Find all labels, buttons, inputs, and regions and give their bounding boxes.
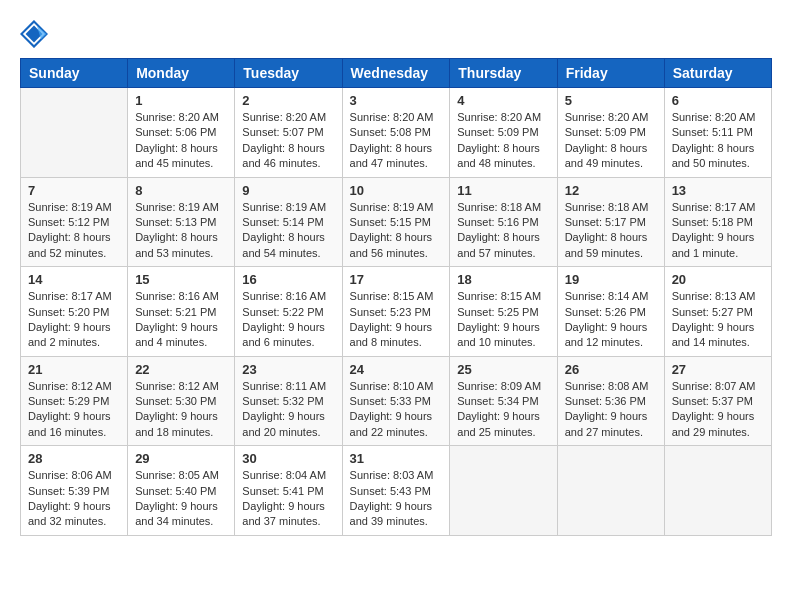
day-number: 28	[28, 451, 120, 466]
day-number: 4	[457, 93, 549, 108]
day-info: Sunrise: 8:20 AMSunset: 5:09 PMDaylight:…	[457, 110, 549, 172]
calendar-day-cell	[664, 446, 771, 536]
day-info: Sunrise: 8:15 AMSunset: 5:23 PMDaylight:…	[350, 289, 443, 351]
page-header	[20, 20, 772, 48]
calendar-week-row: 1Sunrise: 8:20 AMSunset: 5:06 PMDaylight…	[21, 88, 772, 178]
calendar-day-cell: 1Sunrise: 8:20 AMSunset: 5:06 PMDaylight…	[128, 88, 235, 178]
day-info: Sunrise: 8:18 AMSunset: 5:17 PMDaylight:…	[565, 200, 657, 262]
day-number: 15	[135, 272, 227, 287]
calendar-day-cell: 16Sunrise: 8:16 AMSunset: 5:22 PMDayligh…	[235, 267, 342, 357]
logo	[20, 20, 50, 48]
calendar-day-cell	[557, 446, 664, 536]
calendar-day-cell: 23Sunrise: 8:11 AMSunset: 5:32 PMDayligh…	[235, 356, 342, 446]
calendar-week-row: 28Sunrise: 8:06 AMSunset: 5:39 PMDayligh…	[21, 446, 772, 536]
day-number: 11	[457, 183, 549, 198]
calendar-day-cell: 8Sunrise: 8:19 AMSunset: 5:13 PMDaylight…	[128, 177, 235, 267]
day-number: 7	[28, 183, 120, 198]
calendar-day-cell	[450, 446, 557, 536]
day-of-week-header: Sunday	[21, 59, 128, 88]
day-info: Sunrise: 8:18 AMSunset: 5:16 PMDaylight:…	[457, 200, 549, 262]
calendar-day-cell: 18Sunrise: 8:15 AMSunset: 5:25 PMDayligh…	[450, 267, 557, 357]
day-number: 30	[242, 451, 334, 466]
calendar-header-row: SundayMondayTuesdayWednesdayThursdayFrid…	[21, 59, 772, 88]
day-info: Sunrise: 8:11 AMSunset: 5:32 PMDaylight:…	[242, 379, 334, 441]
day-info: Sunrise: 8:06 AMSunset: 5:39 PMDaylight:…	[28, 468, 120, 530]
day-info: Sunrise: 8:04 AMSunset: 5:41 PMDaylight:…	[242, 468, 334, 530]
day-number: 29	[135, 451, 227, 466]
calendar-day-cell: 29Sunrise: 8:05 AMSunset: 5:40 PMDayligh…	[128, 446, 235, 536]
calendar-day-cell: 24Sunrise: 8:10 AMSunset: 5:33 PMDayligh…	[342, 356, 450, 446]
calendar-day-cell: 20Sunrise: 8:13 AMSunset: 5:27 PMDayligh…	[664, 267, 771, 357]
day-number: 1	[135, 93, 227, 108]
calendar-day-cell: 2Sunrise: 8:20 AMSunset: 5:07 PMDaylight…	[235, 88, 342, 178]
day-number: 21	[28, 362, 120, 377]
day-number: 20	[672, 272, 764, 287]
day-info: Sunrise: 8:17 AMSunset: 5:20 PMDaylight:…	[28, 289, 120, 351]
calendar-day-cell: 22Sunrise: 8:12 AMSunset: 5:30 PMDayligh…	[128, 356, 235, 446]
calendar-day-cell: 27Sunrise: 8:07 AMSunset: 5:37 PMDayligh…	[664, 356, 771, 446]
calendar-day-cell: 26Sunrise: 8:08 AMSunset: 5:36 PMDayligh…	[557, 356, 664, 446]
day-info: Sunrise: 8:10 AMSunset: 5:33 PMDaylight:…	[350, 379, 443, 441]
calendar-week-row: 7Sunrise: 8:19 AMSunset: 5:12 PMDaylight…	[21, 177, 772, 267]
calendar-week-row: 21Sunrise: 8:12 AMSunset: 5:29 PMDayligh…	[21, 356, 772, 446]
day-info: Sunrise: 8:20 AMSunset: 5:08 PMDaylight:…	[350, 110, 443, 172]
day-info: Sunrise: 8:17 AMSunset: 5:18 PMDaylight:…	[672, 200, 764, 262]
day-number: 9	[242, 183, 334, 198]
day-info: Sunrise: 8:19 AMSunset: 5:15 PMDaylight:…	[350, 200, 443, 262]
calendar-day-cell: 4Sunrise: 8:20 AMSunset: 5:09 PMDaylight…	[450, 88, 557, 178]
day-info: Sunrise: 8:03 AMSunset: 5:43 PMDaylight:…	[350, 468, 443, 530]
day-info: Sunrise: 8:14 AMSunset: 5:26 PMDaylight:…	[565, 289, 657, 351]
day-info: Sunrise: 8:20 AMSunset: 5:09 PMDaylight:…	[565, 110, 657, 172]
day-number: 18	[457, 272, 549, 287]
day-info: Sunrise: 8:08 AMSunset: 5:36 PMDaylight:…	[565, 379, 657, 441]
day-number: 23	[242, 362, 334, 377]
calendar-day-cell: 12Sunrise: 8:18 AMSunset: 5:17 PMDayligh…	[557, 177, 664, 267]
calendar-day-cell: 9Sunrise: 8:19 AMSunset: 5:14 PMDaylight…	[235, 177, 342, 267]
day-number: 31	[350, 451, 443, 466]
day-info: Sunrise: 8:20 AMSunset: 5:11 PMDaylight:…	[672, 110, 764, 172]
day-info: Sunrise: 8:05 AMSunset: 5:40 PMDaylight:…	[135, 468, 227, 530]
calendar-week-row: 14Sunrise: 8:17 AMSunset: 5:20 PMDayligh…	[21, 267, 772, 357]
calendar-day-cell: 11Sunrise: 8:18 AMSunset: 5:16 PMDayligh…	[450, 177, 557, 267]
day-info: Sunrise: 8:20 AMSunset: 5:07 PMDaylight:…	[242, 110, 334, 172]
day-info: Sunrise: 8:19 AMSunset: 5:14 PMDaylight:…	[242, 200, 334, 262]
day-number: 22	[135, 362, 227, 377]
day-number: 25	[457, 362, 549, 377]
day-number: 17	[350, 272, 443, 287]
day-number: 13	[672, 183, 764, 198]
day-info: Sunrise: 8:09 AMSunset: 5:34 PMDaylight:…	[457, 379, 549, 441]
day-number: 10	[350, 183, 443, 198]
day-of-week-header: Wednesday	[342, 59, 450, 88]
day-of-week-header: Monday	[128, 59, 235, 88]
calendar-day-cell: 14Sunrise: 8:17 AMSunset: 5:20 PMDayligh…	[21, 267, 128, 357]
logo-icon	[20, 20, 48, 48]
calendar-day-cell: 13Sunrise: 8:17 AMSunset: 5:18 PMDayligh…	[664, 177, 771, 267]
day-info: Sunrise: 8:19 AMSunset: 5:13 PMDaylight:…	[135, 200, 227, 262]
day-number: 24	[350, 362, 443, 377]
calendar-day-cell: 30Sunrise: 8:04 AMSunset: 5:41 PMDayligh…	[235, 446, 342, 536]
calendar-day-cell: 28Sunrise: 8:06 AMSunset: 5:39 PMDayligh…	[21, 446, 128, 536]
day-number: 27	[672, 362, 764, 377]
day-number: 26	[565, 362, 657, 377]
calendar-day-cell: 7Sunrise: 8:19 AMSunset: 5:12 PMDaylight…	[21, 177, 128, 267]
day-of-week-header: Saturday	[664, 59, 771, 88]
day-info: Sunrise: 8:13 AMSunset: 5:27 PMDaylight:…	[672, 289, 764, 351]
day-info: Sunrise: 8:12 AMSunset: 5:29 PMDaylight:…	[28, 379, 120, 441]
day-info: Sunrise: 8:07 AMSunset: 5:37 PMDaylight:…	[672, 379, 764, 441]
calendar-day-cell: 5Sunrise: 8:20 AMSunset: 5:09 PMDaylight…	[557, 88, 664, 178]
day-number: 8	[135, 183, 227, 198]
calendar-day-cell: 6Sunrise: 8:20 AMSunset: 5:11 PMDaylight…	[664, 88, 771, 178]
day-info: Sunrise: 8:12 AMSunset: 5:30 PMDaylight:…	[135, 379, 227, 441]
day-number: 6	[672, 93, 764, 108]
day-info: Sunrise: 8:16 AMSunset: 5:22 PMDaylight:…	[242, 289, 334, 351]
day-number: 16	[242, 272, 334, 287]
day-number: 3	[350, 93, 443, 108]
day-info: Sunrise: 8:16 AMSunset: 5:21 PMDaylight:…	[135, 289, 227, 351]
day-info: Sunrise: 8:20 AMSunset: 5:06 PMDaylight:…	[135, 110, 227, 172]
day-of-week-header: Tuesday	[235, 59, 342, 88]
day-info: Sunrise: 8:19 AMSunset: 5:12 PMDaylight:…	[28, 200, 120, 262]
day-of-week-header: Friday	[557, 59, 664, 88]
calendar-day-cell: 17Sunrise: 8:15 AMSunset: 5:23 PMDayligh…	[342, 267, 450, 357]
day-number: 14	[28, 272, 120, 287]
calendar-day-cell: 3Sunrise: 8:20 AMSunset: 5:08 PMDaylight…	[342, 88, 450, 178]
